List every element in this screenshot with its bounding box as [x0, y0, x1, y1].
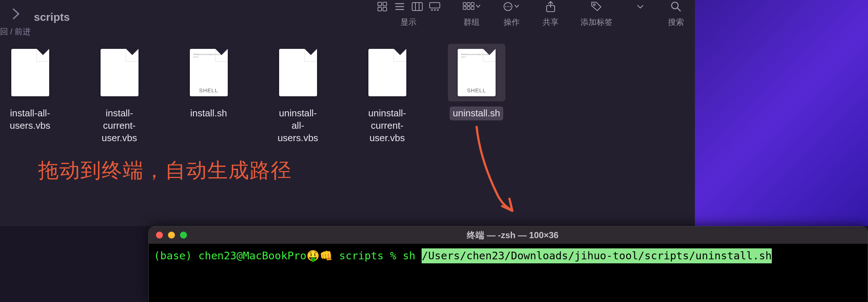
svg-rect-20: [471, 7, 474, 9]
terminal-titlebar[interactable]: 终端 — -zsh — 100×36: [149, 226, 868, 244]
close-button[interactable]: [156, 232, 163, 239]
file-name: uninstall.sh: [450, 107, 503, 120]
annotation-arrow: [469, 124, 520, 219]
file-item[interactable]: install-all-users.vbs: [4, 44, 56, 133]
view-gallery-button[interactable]: [429, 1, 441, 12]
svg-point-26: [594, 4, 595, 6]
prompt-emoji: 🤑👊: [306, 248, 333, 263]
file-icon: #!/bin/bash set -e echo install for name…: [448, 44, 505, 101]
terminal-title: 终端 — -zsh — 100×36: [187, 229, 838, 241]
share-button[interactable]: [545, 1, 556, 12]
svg-rect-1: [383, 2, 387, 6]
svg-rect-12: [431, 9, 433, 11]
svg-point-22: [505, 6, 507, 7]
file-item[interactable]: uninstall-all-users.vbs: [271, 44, 324, 145]
folder-title: scripts: [34, 11, 70, 23]
svg-rect-18: [463, 7, 466, 9]
svg-rect-17: [471, 3, 474, 5]
svg-rect-2: [378, 7, 382, 11]
maximize-button[interactable]: [180, 232, 187, 239]
file-item[interactable]: uninstall-current-user.vbs: [361, 44, 414, 145]
share-label: 共享: [543, 17, 559, 28]
command-text: sh: [403, 248, 422, 263]
nav-forward-button[interactable]: [10, 8, 22, 20]
file-name: install-current-user.vbs: [93, 107, 146, 145]
svg-point-24: [510, 6, 511, 7]
svg-point-7: [395, 3, 395, 4]
file-name: uninstall-all-users.vbs: [271, 107, 324, 145]
search-button[interactable]: [670, 1, 682, 12]
search-label: 搜索: [668, 17, 684, 28]
file-icon: [269, 44, 327, 101]
file-item[interactable]: #!/bin/bash set -e echo install for name…: [182, 44, 235, 120]
more-label: [639, 17, 641, 26]
minimize-button[interactable]: [168, 232, 175, 239]
svg-line-28: [677, 8, 680, 11]
desktop-background: [695, 0, 868, 226]
shell-tag: SHELL: [193, 87, 224, 93]
file-name: uninstall-current-user.vbs: [361, 107, 414, 145]
file-name: install.sh: [187, 107, 230, 120]
file-name: install-all-users.vbs: [4, 107, 56, 133]
view-columns-button[interactable]: [411, 1, 423, 12]
nav-back-forward-label: 回 / 前进: [0, 26, 31, 37]
prompt-prefix: (base) chen23@MacBookPro: [154, 248, 306, 263]
svg-rect-8: [412, 3, 422, 11]
view-label: 显示: [400, 17, 417, 28]
svg-rect-15: [463, 3, 466, 5]
svg-point-23: [508, 6, 509, 7]
group-label: 群组: [464, 17, 480, 28]
file-icon: [1, 44, 59, 101]
finder-toolbar: scripts 回 / 前进: [0, 0, 695, 33]
annotation-text: 拖动到终端，自动生成路径: [38, 157, 292, 185]
action-label: 操作: [504, 17, 520, 28]
terminal-window: 终端 — -zsh — 100×36 (base) chen23@MacBook…: [148, 226, 868, 302]
tags-button[interactable]: [591, 1, 602, 12]
file-icon: [91, 44, 148, 101]
file-item[interactable]: install-current-user.vbs: [93, 44, 146, 145]
finder-window: scripts 回 / 前进: [0, 0, 695, 226]
files-grid: install-all-users.vbsinstall-current-use…: [0, 33, 695, 145]
svg-rect-0: [378, 2, 382, 6]
prompt-folder: scripts %: [333, 248, 403, 263]
file-item[interactable]: #!/bin/bash set -e echo install for name…: [450, 44, 503, 120]
svg-rect-16: [467, 3, 470, 5]
action-button[interactable]: [503, 1, 521, 12]
shell-tag: SHELL: [461, 87, 492, 93]
svg-rect-13: [434, 9, 436, 11]
file-icon: [359, 44, 416, 101]
selected-path: /Users/chen23/Downloads/jihuo-tool/scrip…: [422, 248, 771, 263]
terminal-body[interactable]: (base) chen23@MacBookPro🤑👊 scripts % sh …: [149, 244, 868, 268]
file-icon: #!/bin/bash set -e echo install for name…: [180, 44, 238, 101]
view-icons-button[interactable]: [376, 1, 388, 12]
group-button[interactable]: [462, 1, 481, 12]
svg-rect-19: [467, 7, 470, 9]
svg-rect-11: [430, 3, 440, 8]
more-dropdown-button[interactable]: [634, 1, 646, 12]
svg-rect-14: [437, 9, 439, 11]
tags-label: 添加标签: [580, 17, 613, 28]
svg-rect-3: [383, 7, 387, 11]
view-list-button[interactable]: [394, 1, 406, 12]
